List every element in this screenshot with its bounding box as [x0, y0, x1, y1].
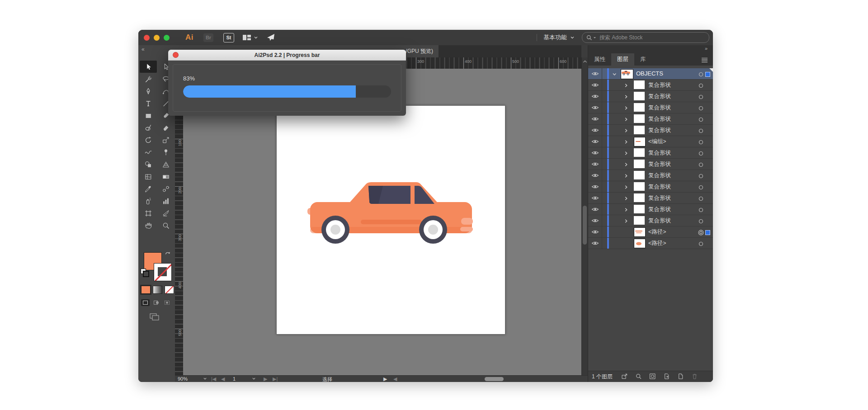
rectangle-tool[interactable] [140, 109, 157, 122]
gradient-button[interactable] [153, 286, 162, 294]
color-button[interactable] [141, 286, 151, 294]
visibility-eye-icon[interactable] [591, 229, 599, 235]
layer-row-compound[interactable]: 复合形状 [588, 159, 713, 170]
visibility-toggle[interactable] [591, 195, 599, 202]
visibility-eye-icon[interactable] [591, 150, 599, 156]
layer-row-compound[interactable]: 复合形状 [588, 102, 713, 113]
rotate-tool[interactable] [140, 134, 157, 146]
layer-name[interactable]: 复合形状 [648, 127, 671, 134]
target-indicator[interactable] [698, 218, 704, 226]
visibility-eye-icon[interactable] [591, 161, 599, 167]
expand-toggle[interactable] [624, 173, 629, 179]
hand-tool[interactable] [140, 219, 157, 231]
expand-toggle[interactable] [624, 128, 629, 134]
pen-tool[interactable] [140, 85, 157, 97]
expand-toggle[interactable] [624, 139, 629, 146]
visibility-eye-icon[interactable] [591, 184, 599, 189]
expand-toggle[interactable] [624, 196, 629, 202]
default-fill-stroke-icon[interactable] [141, 269, 147, 275]
chevron-right-icon[interactable] [624, 140, 629, 144]
layer-thumbnail[interactable] [634, 92, 645, 100]
none-button[interactable] [165, 286, 174, 294]
artboard-menu-chevron-icon[interactable] [252, 376, 256, 382]
chevron-right-icon[interactable] [624, 185, 629, 189]
expand-toggle[interactable] [624, 218, 629, 225]
chevron-right-icon[interactable] [624, 151, 629, 156]
target-indicator[interactable] [698, 117, 704, 124]
zoom-tool[interactable] [157, 219, 175, 231]
visibility-toggle[interactable] [591, 116, 599, 123]
layer-row-compound[interactable]: 复合形状 [588, 113, 713, 125]
zoom-menu-chevron-icon[interactable] [203, 376, 207, 382]
visibility-toggle[interactable] [591, 184, 599, 191]
layer-thumbnail[interactable] [634, 80, 645, 89]
layer-row-compound[interactable]: 复合形状 [588, 193, 713, 204]
visibility-eye-icon[interactable] [591, 71, 599, 76]
expand-toggle[interactable] [624, 105, 629, 112]
layer-row-compound[interactable]: 复合形状 [588, 181, 713, 193]
artboard[interactable] [276, 105, 505, 335]
layer-thumbnail[interactable] [634, 137, 646, 146]
visibility-toggle[interactable] [591, 94, 599, 100]
puppet-warp-tool[interactable] [157, 146, 175, 158]
panel-menu-icon[interactable] [701, 57, 708, 65]
layer-thumbnail[interactable] [634, 148, 645, 157]
visibility-toggle[interactable] [591, 173, 599, 179]
stroke-color-swatch[interactable] [154, 263, 172, 281]
visibility-toggle[interactable] [591, 82, 599, 89]
shape-builder-tool[interactable] [140, 158, 157, 170]
layer-name[interactable]: 复合形状 [648, 149, 671, 157]
previous-artboard-icon[interactable]: ◀ [221, 376, 225, 382]
layer-row-compound[interactable]: 复合形状 [588, 80, 713, 91]
expand-toggle[interactable] [624, 162, 629, 168]
expand-toggle[interactable] [624, 94, 629, 100]
layer-row-compound[interactable]: 复合形状 [588, 215, 713, 226]
first-artboard-icon[interactable]: |◀ [211, 376, 216, 382]
layer-thumbnail[interactable] [634, 171, 645, 179]
layer-row-compound[interactable]: 复合形状 [588, 91, 713, 102]
layer-row-objects[interactable]: OBJECTS [588, 68, 713, 80]
eraser-tool[interactable] [157, 122, 175, 134]
locate-object-button[interactable] [635, 372, 642, 382]
layer-thumbnail[interactable] [634, 216, 645, 225]
create-new-sublayer-button[interactable] [663, 372, 670, 382]
target-indicator[interactable] [698, 71, 704, 79]
close-window-button[interactable] [144, 35, 150, 41]
panel-tab-属性[interactable]: 属性 [588, 53, 611, 66]
gradient-tool[interactable] [157, 170, 175, 183]
last-artboard-icon[interactable]: ▶| [273, 376, 278, 382]
symbol-sprayer-tool[interactable] [140, 195, 157, 207]
layer-row-path[interactable]: <路径> [588, 238, 713, 249]
layer-name[interactable]: 复合形状 [648, 104, 671, 112]
layer-thumbnail[interactable] [634, 160, 645, 168]
target-indicator-selected[interactable] [698, 230, 704, 237]
magic-wand-tool[interactable] [140, 73, 157, 85]
layer-thumbnail[interactable] [621, 69, 633, 79]
chevron-right-icon[interactable] [624, 128, 629, 133]
share-rocket-icon[interactable] [266, 33, 275, 42]
layer-thumbnail[interactable] [634, 126, 645, 134]
visibility-eye-icon[interactable] [591, 82, 599, 88]
layer-name[interactable]: <路径> [648, 240, 666, 247]
target-indicator[interactable] [698, 184, 704, 192]
layer-name[interactable]: 复合形状 [648, 93, 671, 100]
visibility-toggle[interactable] [591, 139, 599, 146]
scroll-left-icon[interactable]: ◀ [393, 376, 397, 382]
visibility-eye-icon[interactable] [591, 139, 599, 144]
target-indicator[interactable] [698, 83, 704, 90]
create-new-layer-button[interactable] [677, 372, 684, 382]
layer-thumbnail[interactable] [634, 103, 645, 112]
visibility-toggle[interactable] [591, 150, 599, 157]
visibility-eye-icon[interactable] [591, 240, 599, 246]
layer-row-compound[interactable]: 复合形状 [588, 125, 713, 136]
chevron-down-icon[interactable] [612, 72, 617, 76]
layer-name[interactable]: OBJECTS [636, 70, 663, 77]
chevron-right-icon[interactable] [624, 83, 629, 88]
width-tool[interactable] [140, 146, 157, 158]
expand-toggle[interactable] [624, 184, 629, 191]
slice-tool[interactable] [157, 207, 175, 219]
layer-thumbnail[interactable] [634, 182, 645, 191]
panel-tab-库[interactable]: 库 [634, 53, 652, 66]
visibility-eye-icon[interactable] [591, 127, 599, 133]
panel-tab-图层[interactable]: 图层 [611, 53, 634, 66]
